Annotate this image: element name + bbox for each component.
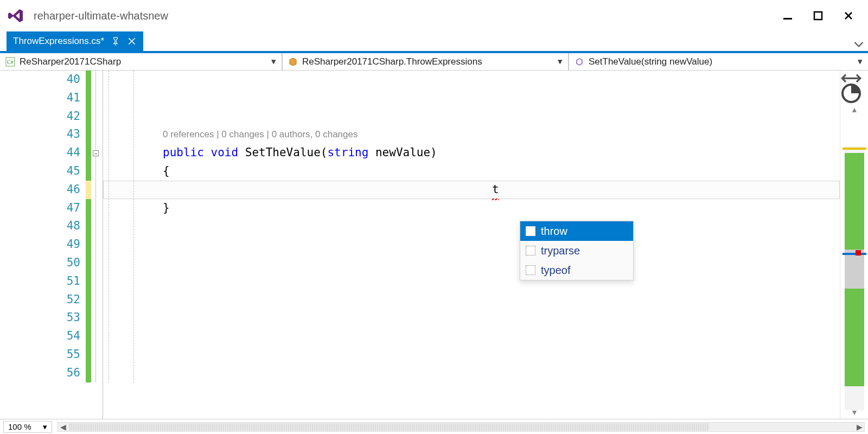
scroll-right-icon[interactable]: ▶ [854,423,864,431]
code-line[interactable] [108,346,840,364]
change-marker-saved [86,199,91,382]
code-line[interactable] [108,217,840,235]
indent-guide [133,71,134,382]
chevron-down-icon: ▾ [851,56,863,67]
code-line[interactable] [108,327,840,346]
line-number: 48 [0,217,84,235]
member-label: SetTheValue(string newValue) [589,56,712,67]
csharp-file-icon: C# [5,57,15,67]
window-controls [779,7,857,24]
line-number: 51 [0,272,84,291]
code-line[interactable] [108,107,840,126]
line-number: 53 [0,309,84,327]
collapse-toggle[interactable]: − [93,150,99,156]
change-marker-saved [86,71,91,181]
line-number: 42 [0,107,84,126]
completion-label: tryparse [541,245,580,257]
overview-ruler[interactable] [845,146,864,410]
line-number: 54 [0,327,84,346]
outline-guide [95,71,96,382]
code-line[interactable] [108,254,840,272]
chevron-down-icon: ▾ [551,56,563,67]
member-dropdown[interactable]: SetTheValue(string newValue) ▾ [569,53,868,70]
completion-label: throw [541,225,567,238]
code-area[interactable]: 0 references | 0 changes | 0 authors, 0 … [103,71,840,419]
code-line[interactable]: myValue = newValue ?? ArgumentNullExcept… [108,181,840,199]
scroll-left-icon[interactable]: ◀ [58,423,68,431]
line-number: 41 [0,89,84,107]
scrollbar-thumb[interactable] [69,423,709,431]
code-line[interactable] [108,364,840,382]
code-line[interactable]: public void SetTheValue(string newValue) [108,144,840,162]
code-line[interactable] [108,309,840,327]
line-number: 50 [0,254,84,272]
class-label: ReSharper20171CSharp.ThrowExpressions [302,56,482,67]
editor: 40 41 42 43 44 45 46 47 48 49 50 51 52 5… [0,71,868,419]
line-number: 49 [0,235,84,254]
maximize-button[interactable] [809,7,827,24]
zoom-value: 100 % [8,422,31,431]
scroll-up-icon[interactable]: ▲ [847,103,862,116]
line-number: 56 [0,364,84,382]
line-number: 40 [0,71,84,89]
close-tab-icon[interactable] [127,36,137,46]
completion-label: typeof [541,264,570,277]
chevron-down-icon: ▾ [265,56,276,67]
line-number: 43 [0,125,84,144]
svg-text:C#: C# [7,59,14,65]
outline-column: − [91,71,103,419]
svg-rect-1 [814,12,822,20]
tab-overflow-icon[interactable] [854,39,864,49]
zoom-dropdown[interactable]: 100 % ▾ [3,421,52,433]
class-dropdown[interactable]: ReSharper20171CSharp.ThrowExpressions ▾ [282,53,569,70]
svg-rect-0 [783,18,792,20]
close-button[interactable] [840,7,857,24]
app-title: reharper-ultimate-whatsnew [34,10,168,22]
horizontal-scrollbar[interactable]: ◀ ▶ [58,422,865,432]
change-marker-strip [86,71,91,419]
editor-tab[interactable]: ThrowExpressions.cs* [7,31,143,51]
class-icon [288,57,298,67]
code-line[interactable] [108,291,840,309]
scroll-down-icon[interactable]: ▼ [847,406,862,419]
project-dropdown[interactable]: C# ReSharper20171CSharp ▾ [0,53,282,70]
tab-strip: ThrowExpressions.cs* [0,31,868,51]
line-number: 55 [0,346,84,364]
title-bar: reharper-ultimate-whatsnew [0,0,868,31]
overview-caret-marker [843,253,866,255]
breadcrumb-bar: C# ReSharper20171CSharp ▾ ReSharper20171… [0,51,868,71]
line-number: 45 [0,162,84,181]
overview-viewport[interactable] [845,250,864,289]
overview-green [845,294,864,386]
template-icon [526,226,535,236]
code-line[interactable]: } [108,199,840,218]
minimize-button[interactable] [779,7,796,24]
completion-item[interactable]: typeof [520,260,633,280]
chevron-down-icon: ▾ [43,422,47,432]
code-line[interactable] [108,89,840,107]
code-line[interactable]: { [108,162,840,181]
completion-popup: throw tryparse typeof [520,221,634,280]
completion-item[interactable]: throw [520,221,633,241]
code-line[interactable] [108,235,840,254]
pin-icon[interactable] [111,36,120,46]
method-icon [575,57,584,67]
code-line[interactable] [108,71,840,89]
codelens[interactable]: 0 references | 0 changes | 0 authors, 0 … [108,125,840,144]
line-number: 47 [0,199,84,218]
project-label: ReSharper20171CSharp [20,56,121,67]
title-bar-left: reharper-ultimate-whatsnew [7,7,168,24]
indent-guide [108,71,109,382]
code-line[interactable] [108,272,840,291]
tab-label: ThrowExpressions.cs* [13,36,104,47]
overview-warning-marker [843,148,866,150]
completion-item[interactable]: tryparse [520,241,633,260]
line-number: 46 [0,181,84,199]
overview-error-marker [856,250,861,256]
template-icon [526,246,535,256]
line-number: 44 [0,144,84,162]
analysis-indicator-icon[interactable] [840,86,862,101]
bottom-bar: 100 % ▾ ◀ ▶ [0,419,868,434]
vs-logo-icon [7,7,24,24]
change-marker-unsaved [86,181,91,199]
